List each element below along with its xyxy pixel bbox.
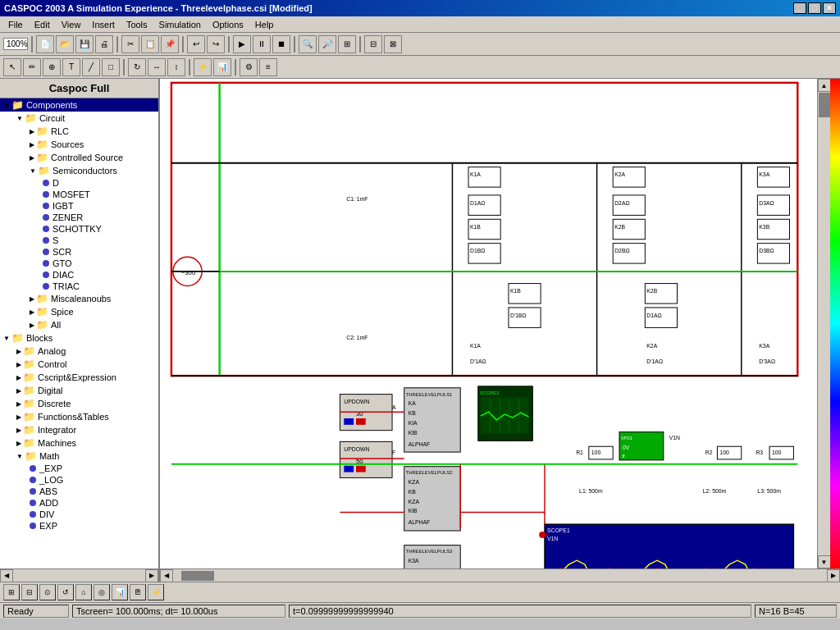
tree-item-functions-tables[interactable]: ▶📁Functions&Tables — [0, 410, 158, 423]
menu-file[interactable]: File — [3, 18, 28, 31]
tree-item-spice[interactable]: ▶📁Spice — [0, 305, 158, 318]
tree-item-abs[interactable]: ABS — [0, 486, 158, 497]
grid-button[interactable]: ⊟ — [364, 35, 382, 53]
bottom-btn-7[interactable]: 📊 — [112, 584, 128, 600]
tree-item-semiconductors[interactable]: ▼📁Semiconductors — [0, 164, 158, 177]
tree-item-digital[interactable]: ▶📁Digital — [0, 384, 158, 397]
tree-item--log[interactable]: _LOG — [0, 474, 158, 486]
bottom-btn-9[interactable]: ⚡ — [148, 584, 164, 600]
rect-button[interactable]: □ — [102, 58, 120, 76]
tree-item-zener[interactable]: ZENER — [0, 212, 158, 223]
tree-item-scr[interactable]: SCR — [0, 246, 158, 258]
bottom-btn-6[interactable]: ◎ — [94, 584, 110, 600]
scroll-down-button[interactable]: ▼ — [818, 555, 831, 568]
paste-button[interactable]: 📌 — [161, 35, 179, 53]
save-button[interactable]: 💾 — [75, 35, 94, 53]
scroll-right-button[interactable]: ▶ — [827, 569, 840, 582]
pause-button[interactable]: ⏸ — [253, 35, 271, 53]
tree-item-blocks[interactable]: ▼📁Blocks — [0, 331, 158, 345]
tree-item-circuit[interactable]: ▼📁Circuit — [0, 112, 158, 125]
tree-item-d[interactable]: D — [0, 177, 158, 189]
scroll-up-button[interactable]: ▲ — [818, 79, 831, 92]
bottom-btn-4[interactable]: ↺ — [57, 584, 74, 600]
tree-item-diac[interactable]: DIAC — [0, 269, 158, 281]
tree-item-igbt[interactable]: IGBT — [0, 200, 158, 212]
menu-insert[interactable]: Insert — [87, 18, 120, 31]
tree-item-schottky[interactable]: SCHOTTKY — [0, 223, 158, 235]
bottom-btn-8[interactable]: 🖹 — [130, 584, 146, 600]
menu-tools[interactable]: Tools — [121, 18, 153, 31]
minimize-button[interactable]: _ — [793, 2, 806, 14]
tree-item-gto[interactable]: GTO — [0, 258, 158, 269]
cut-button[interactable]: ✂ — [121, 35, 139, 53]
stop-button[interactable]: ⏹ — [272, 35, 290, 53]
tree-container[interactable]: ▼📁Components▼📁Circuit▶📁RLC▶📁Sources▶📁Con… — [0, 98, 158, 568]
tree-item-exp[interactable]: EXP — [0, 520, 158, 532]
tree-scroll-right[interactable]: ▶ — [145, 569, 158, 582]
tree-item-div[interactable]: DIV — [0, 509, 158, 520]
menu-view[interactable]: View — [57, 18, 86, 31]
tree-item-miscaleanoubs[interactable]: ▶📁Miscaleanoubs — [0, 292, 158, 305]
tree-item-add[interactable]: ADD — [0, 497, 158, 509]
svg-text:R2: R2 — [705, 450, 713, 455]
zoom-in-button[interactable]: 🔍 — [299, 35, 317, 53]
bottom-btn-3[interactable]: ⊙ — [39, 584, 56, 600]
zoom-out-button[interactable]: 🔎 — [318, 35, 336, 53]
bottom-btn-1[interactable]: ⊞ — [3, 584, 20, 600]
param-button[interactable]: ⚙ — [240, 58, 258, 76]
copy-button[interactable]: 📋 — [141, 35, 159, 53]
schematic-canvas[interactable]: ~300 K1A D1AΩ K1B D1BΩ K2A D2A — [160, 79, 817, 568]
mirror-button[interactable]: ↕ — [167, 58, 185, 76]
line-button[interactable]: ╱ — [82, 58, 100, 76]
tree-item--exp[interactable]: _EXP — [0, 463, 158, 474]
tree-item-control[interactable]: ▶📁Control — [0, 358, 158, 371]
redo-button[interactable]: ↪ — [207, 35, 225, 53]
tree-item-machines[interactable]: ▶📁Machines — [0, 436, 158, 450]
snap-button[interactable]: ⊠ — [384, 35, 402, 53]
scroll-thumb[interactable] — [819, 93, 830, 117]
tree-scroll-left[interactable]: ◀ — [0, 569, 13, 582]
select-button[interactable]: ↖ — [3, 58, 21, 76]
tree-item-mosfet[interactable]: MOSFET — [0, 189, 158, 200]
menu-options[interactable]: Options — [208, 18, 249, 31]
tree-item-all[interactable]: ▶📁All — [0, 318, 158, 331]
tree-item-rlc[interactable]: ▶📁RLC — [0, 125, 158, 138]
scroll-track[interactable] — [818, 92, 830, 555]
netlist-button[interactable]: ≡ — [259, 58, 277, 76]
scroll-left-button[interactable]: ◀ — [160, 569, 173, 582]
scope-button[interactable]: 📊 — [213, 58, 231, 76]
run-button[interactable]: ▶ — [233, 35, 251, 53]
probe-button[interactable]: ⚡ — [194, 58, 212, 76]
tree-item-analog[interactable]: ▶📁Analog — [0, 345, 158, 358]
flip-button[interactable]: ↔ — [148, 58, 166, 76]
bottom-btn-2[interactable]: ⊟ — [21, 584, 38, 600]
open-button[interactable]: 📂 — [56, 35, 74, 53]
rotate-button[interactable]: ↻ — [128, 58, 146, 76]
close-button[interactable]: ✕ — [823, 2, 836, 14]
tree-item-s[interactable]: S — [0, 235, 158, 246]
wire-button[interactable]: ✏ — [23, 58, 41, 76]
svg-text:K2A: K2A — [614, 171, 625, 177]
tree-item-controlled-source[interactable]: ▶📁Controlled Source — [0, 151, 158, 164]
bottom-btn-5[interactable]: ⌂ — [75, 584, 92, 600]
tree-item-triac[interactable]: TRIAC — [0, 281, 158, 292]
tree-item-components[interactable]: ▼📁Components — [0, 98, 158, 112]
horizontal-scrollbar: ◀ ▶ — [160, 568, 840, 582]
print-button[interactable]: 🖨 — [95, 35, 113, 53]
tree-item-sources[interactable]: ▶📁Sources — [0, 138, 158, 151]
maximize-button[interactable]: □ — [808, 2, 821, 14]
canvas-area[interactable]: ~300 K1A D1AΩ K1B D1BΩ K2A D2A — [160, 79, 840, 582]
new-button[interactable]: 📄 — [36, 35, 54, 53]
tree-item-math[interactable]: ▼📁Math — [0, 450, 158, 463]
tree-item-cscript-expression[interactable]: ▶📁Cscript&Expression — [0, 371, 158, 384]
undo-button[interactable]: ↩ — [187, 35, 205, 53]
menu-simulation[interactable]: Simulation — [154, 18, 206, 31]
menu-help[interactable]: Help — [250, 18, 279, 31]
tree-item-integrator[interactable]: ▶📁Integrator — [0, 423, 158, 436]
fit-button[interactable]: ⊞ — [338, 35, 356, 53]
menu-edit[interactable]: Edit — [30, 18, 55, 31]
component-button[interactable]: ⊕ — [43, 58, 61, 76]
text-button[interactable]: T — [62, 58, 80, 76]
zoom-input[interactable]: 100% — [3, 38, 28, 50]
tree-item-discrete[interactable]: ▶📁Discrete — [0, 397, 158, 410]
